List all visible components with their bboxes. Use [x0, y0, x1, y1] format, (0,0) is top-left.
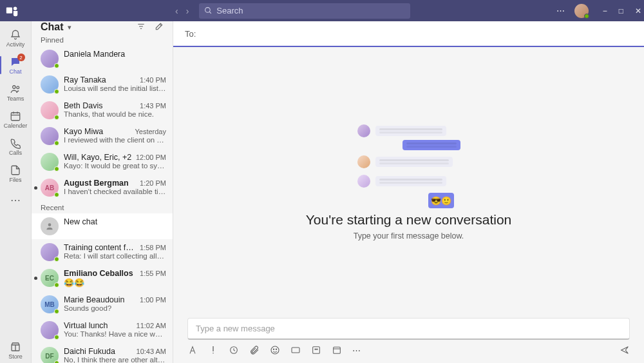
unread-dot	[34, 277, 37, 280]
appbar-calls[interactable]: Calls	[0, 133, 32, 159]
chat-list-item[interactable]: Virtual lunch11:02 AMYou: Thanks! Have a…	[32, 317, 173, 343]
appbar-more-icon[interactable]: ⋯	[10, 194, 21, 206]
chat-preview: You: Thanks! Have a nice weekend	[64, 330, 166, 338]
chat-list-item[interactable]: Training content for Photon…1:58 PMReta:…	[32, 239, 173, 265]
sticker-icon[interactable]	[311, 345, 321, 355]
current-user-avatar[interactable]	[574, 4, 589, 18]
svg-point-4	[13, 85, 16, 88]
more-actions-icon[interactable]: ⋯	[352, 346, 361, 355]
chat-list-item[interactable]: Ray Tanaka1:40 PMLouisa will send the in…	[32, 72, 173, 97]
section-pinned: Pinned	[32, 33, 173, 46]
new-chat-row[interactable]: New chat	[32, 213, 173, 239]
chat-avatar: EC	[41, 269, 59, 287]
chat-list-item[interactable]: ECEmiliano Ceballos1:55 PM😂😂	[32, 265, 173, 291]
message-input[interactable]: Type a new message	[187, 318, 630, 340]
priority-icon[interactable]	[208, 345, 218, 355]
chat-preview: Louisa will send the initial list of att…	[64, 84, 166, 92]
chat-preview: Thanks, that would be nice.	[64, 110, 166, 118]
loop-icon[interactable]	[229, 345, 239, 355]
appbar-teams[interactable]: Teams	[0, 79, 32, 105]
chat-preview: I reviewed with the client on Tuesda…	[64, 136, 166, 144]
teams-logo-icon	[5, 4, 19, 18]
chat-avatar: MB	[41, 295, 59, 313]
chat-name: Training content for Photon…	[64, 243, 137, 252]
window-minimize-icon[interactable]: −	[603, 6, 607, 15]
chat-list-item[interactable]: Beth Davis1:43 PMThanks, that would be n…	[32, 97, 173, 123]
chat-name: Kayo Miwa	[64, 127, 132, 136]
attach-icon[interactable]	[249, 345, 260, 355]
chat-avatar	[41, 243, 59, 261]
chat-name: Daichi Fukuda	[64, 347, 134, 356]
svg-point-2	[205, 8, 211, 13]
appbar-store[interactable]: Store	[0, 337, 32, 363]
chat-badge: 2	[17, 54, 25, 61]
chat-time: Yesterday	[135, 128, 166, 135]
svg-rect-21	[313, 347, 320, 354]
chat-name: Will, Kayo, Eric, +2	[64, 153, 133, 162]
send-icon[interactable]	[620, 345, 630, 355]
svg-point-15	[48, 223, 52, 226]
composer-placeholder: Type a new message	[196, 324, 275, 333]
empty-state: 😎🙂 You're starting a new conversation Ty…	[173, 47, 644, 318]
search-placeholder: Search	[216, 6, 243, 15]
empty-subtitle: Type your first message below.	[354, 231, 464, 240]
svg-point-22	[315, 349, 316, 349]
chat-avatar: AB	[41, 179, 59, 197]
filter-icon[interactable]	[137, 22, 146, 33]
chat-preview: Reta: I will start collecting all the do…	[64, 252, 166, 260]
chat-list-item[interactable]: Will, Kayo, Eric, +212:00 PMKayo: It wou…	[32, 149, 173, 175]
window-maximize-icon[interactable]: □	[619, 6, 623, 15]
empty-title: You're starting a new conversation	[306, 212, 512, 228]
chat-name: Emiliano Ceballos	[64, 269, 137, 278]
chevron-down-icon[interactable]: ▾	[68, 23, 71, 32]
chat-time: 12:00 PM	[136, 153, 166, 161]
chat-preview: No, I think there are other alternatives…	[64, 356, 166, 363]
more-icon[interactable]: ⋯	[556, 6, 565, 15]
chat-avatar	[41, 127, 59, 145]
format-icon[interactable]	[187, 345, 198, 355]
chat-name: Daniela Mandera	[64, 50, 166, 59]
svg-rect-0	[6, 7, 12, 13]
chat-list-item[interactable]: DFDaichi Fukuda10:43 AMNo, I think there…	[32, 343, 173, 363]
svg-point-5	[17, 86, 19, 88]
chat-list-item[interactable]: Daniela Mandera	[32, 46, 173, 72]
svg-line-3	[209, 12, 211, 14]
chat-list-item[interactable]: ABAugust Bergman1:20 PMI haven't checked…	[32, 175, 173, 201]
chatlist-title: Chat	[41, 21, 64, 33]
emoji-icon[interactable]	[270, 345, 280, 355]
chat-avatar	[41, 50, 59, 68]
to-field[interactable]: To:	[173, 21, 644, 47]
chat-list-item[interactable]: Kayo MiwaYesterdayI reviewed with the cl…	[32, 123, 173, 149]
nav-forward-icon[interactable]: ›	[186, 6, 189, 16]
chat-avatar	[41, 153, 59, 171]
svg-point-1	[14, 6, 17, 10]
person-icon	[41, 217, 59, 235]
chat-time: 1:20 PM	[140, 179, 166, 187]
to-label: To:	[185, 29, 196, 39]
appbar-files[interactable]: Files	[0, 161, 32, 186]
chat-list-item[interactable]: MBMarie Beaudouin1:00 PMSounds good?	[32, 291, 173, 317]
nav-back-icon[interactable]: ‹	[175, 6, 178, 16]
appbar-activity[interactable]: Activity	[0, 25, 32, 51]
gif-icon[interactable]	[290, 345, 301, 355]
chat-time: 1:40 PM	[140, 76, 166, 84]
chat-preview: Kayo: It would be great to sync with…	[64, 162, 166, 170]
window-close-icon[interactable]: ✕	[635, 6, 641, 15]
chat-list-panel: Chat ▾ Pinned Daniela ManderaRay Tanaka1…	[32, 21, 173, 363]
schedule-icon[interactable]	[332, 345, 342, 355]
unread-dot	[34, 186, 37, 190]
svg-rect-20	[292, 348, 299, 353]
chat-time: 1:00 PM	[140, 296, 166, 304]
chat-name: Virtual lunch	[64, 321, 134, 330]
chat-preview: Sounds good?	[64, 304, 166, 312]
svg-point-17	[271, 346, 279, 354]
svg-point-19	[276, 349, 276, 349]
appbar-calendar[interactable]: Calender	[0, 106, 32, 132]
svg-point-18	[273, 349, 274, 349]
compose-icon[interactable]	[155, 22, 164, 33]
chat-time: 10:43 AM	[137, 348, 166, 355]
chat-name: August Bergman	[64, 179, 137, 188]
chat-time: 11:02 AM	[137, 322, 166, 329]
appbar-chat[interactable]: Chat 2	[0, 52, 32, 78]
search-input[interactable]: Search	[199, 3, 410, 19]
